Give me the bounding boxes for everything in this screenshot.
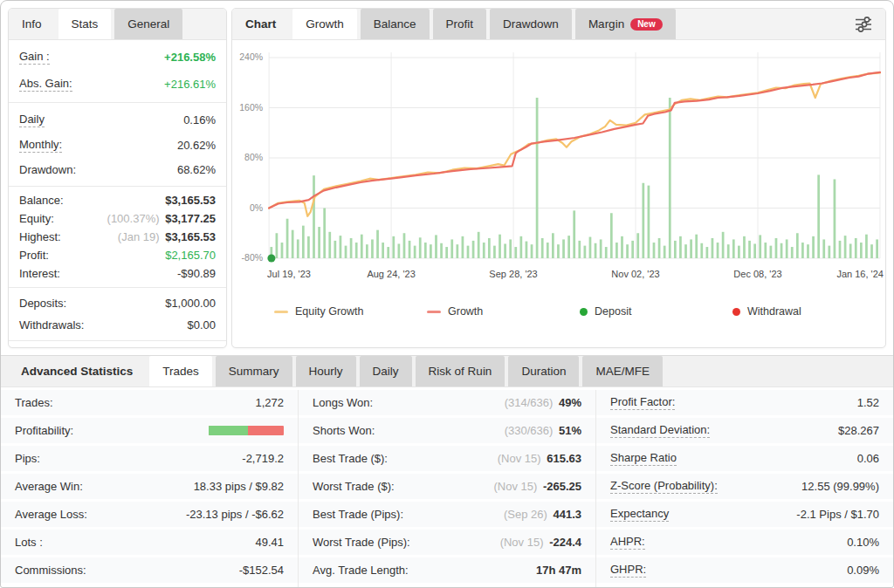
stat-row-drawdown: Drawdown:68.62%	[9, 158, 226, 181]
x-axis-label: Jul 19, '23	[267, 269, 311, 279]
tab-risk-of-ruin[interactable]: Risk of Ruin	[416, 356, 505, 386]
profit-factor-label[interactable]: Profit Factor:	[610, 395, 675, 410]
tab-daily[interactable]: Daily	[360, 356, 412, 386]
stat-value: -$152.54	[239, 564, 284, 577]
monthly-label[interactable]: Monthly:	[19, 138, 62, 153]
activity-bar	[722, 232, 725, 258]
bottom-tabbar: Advanced StatisticsTradesSummaryHourlyDa…	[1, 356, 893, 387]
tab-label: Duration	[521, 365, 566, 378]
activity-bar	[621, 236, 623, 258]
stat-value: $28.267	[838, 424, 879, 437]
daily-label[interactable]: Daily	[19, 113, 45, 127]
stats-column-1: Trades:1,272Profitability:Pips:-2,719.2A…	[1, 390, 298, 588]
activity-bar	[605, 247, 608, 258]
activity-bar	[424, 243, 427, 258]
stat-value-prefix: (Nov 15)	[493, 480, 540, 493]
stat-row-balance: Balance:$3,165.53	[9, 191, 226, 209]
stat-value: -$90.89	[177, 267, 216, 280]
tab-trades[interactable]: Trades	[149, 356, 212, 386]
activity-bar	[430, 244, 432, 258]
commissions-label: Commissions:	[15, 564, 86, 577]
legend-item-equity-growth[interactable]: Equity Growth	[274, 305, 427, 318]
ahpr-label[interactable]: AHPR:	[610, 535, 645, 550]
stat-value: (330/636) 51%	[505, 424, 581, 437]
activity-bar	[276, 233, 279, 258]
stat-row-worst-trade: Worst Trade ($):(Nov 15) -265.25	[299, 474, 595, 499]
tab-general[interactable]: General	[114, 9, 182, 39]
activity-bar	[849, 243, 852, 258]
legend-item-deposit[interactable]: Deposit	[580, 305, 732, 318]
activity-bar	[514, 247, 517, 258]
ghpr-label[interactable]: GHPR:	[610, 563, 646, 578]
activity-bar	[398, 243, 401, 258]
activity-bar	[371, 239, 374, 258]
legend-item-withdrawal[interactable]: Withdrawal	[732, 305, 885, 318]
activity-bar	[732, 239, 735, 258]
tab-label: Trades	[162, 365, 199, 378]
tab-balance[interactable]: Balance	[361, 9, 430, 39]
activity-bar	[483, 243, 485, 258]
stat-row-longs-won: Longs Won:(314/636) 49%	[299, 390, 595, 415]
stat-value-main: -2.1 Pips / $1.70	[796, 508, 879, 521]
tab-stats[interactable]: Stats	[58, 9, 112, 39]
tab-info[interactable]: Info	[9, 9, 55, 39]
activity-bar	[690, 239, 692, 258]
stat-value: 0.10%	[847, 536, 879, 549]
stat-value: 17h 47m	[536, 564, 581, 577]
tab-drawdown[interactable]: Drawdown	[490, 9, 572, 39]
stat-value-prefix: (Jan 19)	[118, 230, 162, 243]
group-divider	[9, 186, 226, 187]
y-axis-label: 240%	[239, 52, 263, 63]
stat-value: 1,272	[255, 396, 284, 409]
stat-value: -2.1 Pips / $1.70	[796, 508, 879, 521]
stat-value: 0.06	[857, 452, 879, 465]
activity-bar	[600, 239, 602, 258]
sharpe-ratio-label[interactable]: Sharpe Ratio	[610, 451, 677, 466]
z-score-probability-label[interactable]: Z-Score (Probability):	[610, 479, 718, 494]
tab-summary[interactable]: Summary	[216, 356, 292, 386]
activity-bar	[817, 174, 820, 258]
activity-bar	[876, 239, 878, 258]
tab-chart[interactable]: Chart	[232, 9, 289, 39]
stat-value-prefix: (100.37%)	[107, 212, 163, 225]
deposits-label: Deposits:	[19, 297, 66, 310]
legend-item-growth[interactable]: Growth	[427, 305, 580, 318]
legend-swatch-line	[427, 311, 441, 313]
activity-bar	[328, 232, 331, 258]
tab-margin[interactable]: MarginNew	[575, 9, 676, 39]
tab-label: Stats	[72, 17, 99, 31]
gain-label[interactable]: Gain :	[19, 50, 50, 65]
activity-bar	[759, 235, 761, 258]
activity-bar	[286, 219, 289, 258]
standard-deviation-label[interactable]: Standard Deviation:	[610, 423, 710, 438]
tab-mae-mfe[interactable]: MAE/MFE	[582, 356, 663, 386]
stat-value-main: $0.00	[187, 318, 216, 332]
drawdown-label: Drawdown:	[19, 163, 76, 176]
stat-value: $2,165.70	[165, 249, 216, 262]
activity-bar	[801, 243, 804, 258]
tab-growth[interactable]: Growth	[292, 9, 357, 39]
stat-value-main: +216.61%	[164, 78, 216, 91]
activity-bar	[478, 232, 480, 258]
best-trade-pips-label: Best Trade (Pips):	[313, 508, 403, 521]
tab-duration[interactable]: Duration	[508, 356, 579, 386]
expectancy-label[interactable]: Expectancy	[610, 507, 669, 522]
stat-row-sharpe-ratio: Sharpe Ratio0.06	[596, 446, 893, 471]
activity-bar	[435, 235, 437, 258]
activity-bar	[642, 183, 644, 258]
myfxbook-stats-widget: InfoStatsGeneral Gain :+216.58%Abs. Gain…	[0, 0, 894, 588]
tab-advanced-statistics[interactable]: Advanced Statistics	[8, 356, 146, 386]
stat-value: (314/636) 49%	[505, 396, 581, 409]
stat-value: -23.13 pips / -$6.62	[186, 508, 284, 521]
stat-row-lots: Lots :49.41	[1, 530, 298, 555]
stat-row-interest: Interest:-$90.89	[9, 264, 226, 283]
stat-value-prefix: (Sep 26)	[504, 508, 550, 521]
tab-label: General	[127, 17, 169, 31]
x-axis-label: Aug 24, '23	[367, 269, 415, 279]
activity-bar	[865, 235, 868, 258]
chart-settings-button[interactable]	[842, 16, 885, 33]
tab-hourly[interactable]: Hourly	[296, 356, 356, 386]
tab-profit[interactable]: Profit	[433, 9, 487, 39]
abs-gain-label[interactable]: Abs. Gain:	[19, 77, 72, 92]
stat-row-best-trade: Best Trade ($):(Nov 15) 615.63	[299, 446, 595, 471]
